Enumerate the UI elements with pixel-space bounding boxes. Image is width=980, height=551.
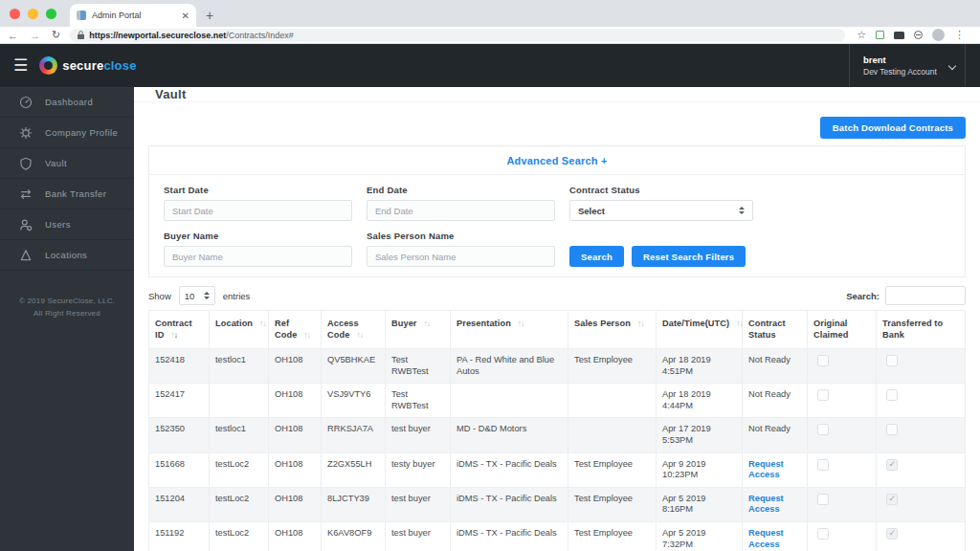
table-search-input[interactable] xyxy=(885,286,966,305)
extension-frame-icon[interactable] xyxy=(876,31,884,39)
window-close-button[interactable] xyxy=(10,9,20,19)
cell-datetime: Apr 5 20198:16PM xyxy=(657,487,743,521)
url-domain: https://newportal.secureclose.net xyxy=(89,31,226,40)
sidebar-item-users[interactable]: Users xyxy=(0,209,134,240)
cell-buyer: testy buyer xyxy=(386,452,451,487)
column-header[interactable]: Contract ID↑↓ xyxy=(149,311,210,349)
transferred-to-bank-checkbox[interactable] xyxy=(886,528,898,540)
extension-circle-icon[interactable] xyxy=(914,31,923,39)
cell-contract-status[interactable]: Request Access xyxy=(743,487,808,521)
column-header[interactable]: Date/Time(UTC)↑↓ xyxy=(657,311,743,349)
new-tab-button[interactable]: + xyxy=(206,8,213,23)
sort-arrows-icon: ↑↓ xyxy=(424,319,431,328)
cell-buyer: Test RWBTest xyxy=(386,384,451,418)
sidebar-item-dashboard[interactable]: Dashboard xyxy=(0,87,134,118)
original-claimed-checkbox[interactable] xyxy=(817,355,829,366)
cell-presentation: iDMS - TX - Pacific Deals xyxy=(451,487,568,521)
transferred-to-bank-checkbox[interactable] xyxy=(886,494,898,505)
browser-menu-icon[interactable]: ⋮ xyxy=(954,29,965,41)
column-header-label: Transferred to Bank xyxy=(882,319,943,340)
transferred-to-bank-checkbox[interactable] xyxy=(886,389,898,401)
cell-transferred-to-bank xyxy=(877,418,966,452)
cell-access-code: VSJ9VTY6 xyxy=(322,384,386,418)
cell-contract-status[interactable]: Request Access xyxy=(743,452,808,487)
cell-sales-person: Test Employee xyxy=(568,487,657,521)
original-claimed-checkbox[interactable] xyxy=(817,528,829,540)
browser-toolbar: ← → ↻ https://newportal.secureclose.net/… xyxy=(0,27,980,44)
extension-monitor-icon[interactable] xyxy=(894,32,904,39)
original-claimed-checkbox[interactable] xyxy=(817,389,829,401)
forward-icon[interactable]: → xyxy=(30,30,40,41)
cell-location: testLoc2 xyxy=(210,487,269,521)
account-menu[interactable]: brent Dev Testing Account xyxy=(849,44,966,87)
transfer-arrows-icon xyxy=(19,187,33,201)
end-date-input[interactable] xyxy=(367,200,555,221)
address-bar[interactable]: https://newportal.secureclose.net/Contra… xyxy=(70,29,845,42)
user-gear-icon xyxy=(19,218,33,231)
cell-contract-id: 151192 xyxy=(149,521,210,551)
request-access-link[interactable]: Request Access xyxy=(748,459,784,480)
search-button[interactable]: Search xyxy=(569,246,624,267)
cell-access-code: RRKSJA7A xyxy=(322,418,386,452)
cell-presentation: MD - D&D Motors xyxy=(451,418,568,452)
cell-contract-id: 151668 xyxy=(149,452,210,487)
sidebar-item-bank-transfer[interactable]: Bank Transfer xyxy=(0,179,134,209)
column-header[interactable]: Buyer↑↓ xyxy=(386,311,451,349)
cell-sales-person: Test Employee xyxy=(568,348,657,383)
request-access-link[interactable]: Request Access xyxy=(748,528,784,549)
cell-contract-status[interactable]: Request Access xyxy=(743,521,808,551)
hamburger-menu-icon[interactable]: ☰ xyxy=(0,55,28,76)
refresh-icon[interactable]: ↻ xyxy=(52,29,60,41)
buyer-name-input[interactable] xyxy=(164,246,352,267)
window-minimize-button[interactable] xyxy=(28,9,38,19)
advanced-search-panel: Advanced Search + Start Date End Date xyxy=(148,145,966,277)
cell-ref-code: OH108 xyxy=(269,384,322,418)
table-row: 151192testLoc2OH108K6AV8OF9test buyeriDM… xyxy=(149,521,966,551)
window-zoom-button[interactable] xyxy=(46,9,56,19)
contract-status-select[interactable]: Select xyxy=(569,200,753,221)
cell-buyer: test buyer xyxy=(386,521,451,551)
sidebar-item-company-profile[interactable]: Company Profile xyxy=(0,118,134,148)
cell-transferred-to-bank xyxy=(877,487,966,521)
transferred-to-bank-checkbox[interactable] xyxy=(886,355,898,366)
column-header[interactable]: Access Code↑↓ xyxy=(322,311,386,349)
sidebar-item-locations[interactable]: Locations xyxy=(0,240,134,271)
cell-ref-code: OH108 xyxy=(269,521,322,551)
transferred-to-bank-checkbox[interactable] xyxy=(886,424,898,435)
back-icon[interactable]: ← xyxy=(8,30,18,41)
account-name: Dev Testing Account xyxy=(863,67,946,77)
column-header-label: Presentation xyxy=(457,319,511,328)
original-claimed-checkbox[interactable] xyxy=(817,424,829,435)
sidebar-item-label: Company Profile xyxy=(45,127,118,138)
batch-download-contracts-button[interactable]: Batch Download Contracts xyxy=(820,117,966,139)
column-header[interactable]: Sales Person↑↓ xyxy=(568,311,657,349)
original-claimed-checkbox[interactable] xyxy=(817,459,829,471)
cell-presentation: PA - Red White and Blue Autos xyxy=(451,348,568,383)
sales-person-name-input[interactable] xyxy=(367,246,555,267)
column-header[interactable]: Ref Code↑↓ xyxy=(269,311,322,349)
reset-search-filters-button[interactable]: Reset Search Filters xyxy=(632,246,746,267)
cell-contract-id: 152418 xyxy=(149,348,210,383)
bookmark-star-icon[interactable]: ☆ xyxy=(857,29,866,41)
column-header[interactable]: Presentation↑↓ xyxy=(451,311,568,349)
gear-icon xyxy=(19,126,33,140)
cell-transferred-to-bank xyxy=(877,384,966,418)
original-claimed-checkbox[interactable] xyxy=(817,494,829,505)
start-date-input[interactable] xyxy=(164,200,352,221)
page-size-select[interactable]: 10 xyxy=(179,286,215,305)
advanced-search-toggle[interactable]: Advanced Search + xyxy=(149,146,965,174)
sort-arrows-icon: ↑↓ xyxy=(736,319,743,328)
transferred-to-bank-checkbox[interactable] xyxy=(886,459,898,471)
request-access-link[interactable]: Request Access xyxy=(748,494,784,515)
column-header-label: Location xyxy=(215,319,253,328)
tab-close-icon[interactable]: ✕ xyxy=(182,11,189,21)
secureclose-logo[interactable]: secureclose xyxy=(39,56,136,75)
sidebar-item-vault[interactable]: Vault xyxy=(0,148,134,179)
app-header: ☰ secureclose brent Dev Testing Account xyxy=(0,44,980,87)
map-marker-icon xyxy=(19,249,33,262)
browser-tab[interactable]: Admin Portal ✕ xyxy=(70,4,196,27)
browser-profile-avatar[interactable] xyxy=(932,29,945,41)
cell-original-claimed xyxy=(808,384,877,418)
cell-contract-id: 151204 xyxy=(149,487,210,521)
column-header[interactable]: Location↑↓ xyxy=(210,311,269,349)
